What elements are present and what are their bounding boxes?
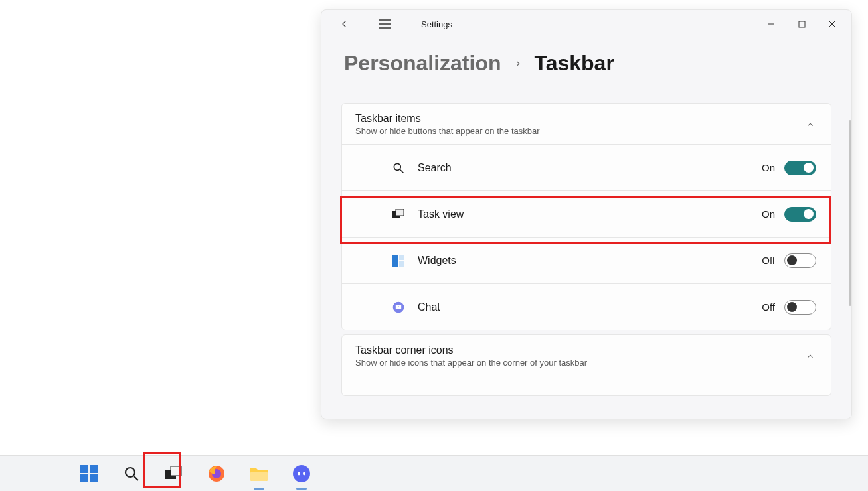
taskbar-search[interactable]: [118, 460, 145, 487]
maximize-icon: [798, 21, 806, 28]
scrollbar[interactable]: [849, 120, 851, 306]
taskbar-task-view[interactable]: [161, 460, 187, 487]
svg-rect-20: [171, 466, 181, 476]
section-corner-icons-subtitle: Show or hide icons that appear on the co…: [355, 358, 587, 368]
taskbar-start[interactable]: [76, 460, 102, 487]
row-state: Off: [762, 255, 775, 266]
svg-rect-10: [396, 209, 404, 216]
row-state: On: [762, 162, 775, 173]
minimize-button[interactable]: [756, 13, 786, 35]
maximize-button[interactable]: [786, 13, 817, 35]
svg-rect-4: [799, 21, 805, 27]
chevron-up-icon: [806, 352, 815, 361]
windows-start-icon: [80, 465, 98, 482]
breadcrumb-parent[interactable]: Personalization: [344, 51, 501, 76]
settings-window: Settings Personalization Taskbar: [321, 9, 852, 419]
close-icon: [828, 20, 836, 28]
search-icon: [124, 466, 139, 482]
chevron-up-icon: [806, 120, 815, 129]
svg-point-17: [126, 468, 135, 477]
section-corner-icons-header[interactable]: Taskbar corner icons Show or hide icons …: [342, 335, 831, 376]
hamburger-icon: [379, 19, 391, 29]
svg-rect-11: [392, 255, 398, 267]
toggle-task-view[interactable]: [784, 207, 816, 222]
row-chat: Chat Off: [342, 283, 831, 330]
settings-content: Personalization Taskbar Taskbar items Sh…: [321, 38, 851, 419]
window-title: Settings: [421, 19, 452, 29]
row-label: Search: [418, 162, 452, 174]
row-state: Off: [762, 301, 775, 313]
back-button[interactable]: [333, 13, 356, 35]
widgets-icon: [391, 253, 406, 268]
svg-point-7: [394, 163, 400, 170]
taskbar-firefox[interactable]: [203, 460, 230, 487]
taskbar-file-explorer[interactable]: [246, 460, 272, 487]
row-widgets: Widgets Off: [342, 237, 831, 283]
back-arrow-icon: [339, 18, 351, 30]
folder-icon: [250, 466, 268, 482]
os-taskbar: [0, 455, 868, 491]
nav-menu-button[interactable]: [373, 13, 396, 35]
svg-rect-13: [399, 261, 404, 267]
breadcrumb-current: Taskbar: [535, 51, 614, 76]
search-icon: [391, 161, 406, 175]
titlebar: Settings: [321, 10, 851, 38]
row-state: On: [762, 208, 775, 220]
svg-point-26: [303, 472, 305, 475]
toggle-widgets[interactable]: [784, 253, 816, 268]
row-label: Chat: [418, 301, 440, 313]
svg-point-16: [398, 306, 399, 307]
row-label: Widgets: [418, 255, 456, 267]
chat-icon: [391, 300, 406, 315]
close-button[interactable]: [817, 13, 847, 35]
taskview-icon: [391, 207, 406, 222]
svg-rect-12: [399, 255, 404, 260]
toggle-chat[interactable]: [784, 300, 816, 315]
svg-line-8: [400, 169, 404, 173]
row-search: Search On: [342, 144, 831, 190]
section-taskbar-items-title: Taskbar items: [355, 113, 540, 125]
svg-point-24: [293, 465, 310, 482]
minimize-icon: [767, 20, 775, 28]
section-corner-icons: Taskbar corner icons Show or hide icons …: [341, 334, 831, 396]
taskview-icon: [165, 466, 183, 481]
svg-rect-23: [250, 472, 268, 481]
svg-line-18: [134, 476, 138, 480]
row-task-view: Task view On: [342, 190, 831, 237]
toggle-search[interactable]: [784, 161, 816, 175]
taskbar-discord[interactable]: [288, 460, 315, 487]
svg-point-25: [298, 472, 300, 475]
breadcrumb: Personalization Taskbar: [321, 38, 851, 82]
row-corner-peek: [342, 376, 831, 395]
section-taskbar-items-header[interactable]: Taskbar items Show or hide buttons that …: [342, 104, 831, 144]
section-taskbar-items-subtitle: Show or hide buttons that appear on the …: [355, 126, 540, 136]
section-taskbar-items: Taskbar items Show or hide buttons that …: [341, 103, 831, 330]
discord-icon: [292, 464, 311, 483]
section-corner-icons-title: Taskbar corner icons: [355, 344, 587, 356]
row-label: Task view: [418, 208, 464, 220]
firefox-icon: [207, 464, 226, 483]
chevron-right-icon: [513, 59, 523, 68]
